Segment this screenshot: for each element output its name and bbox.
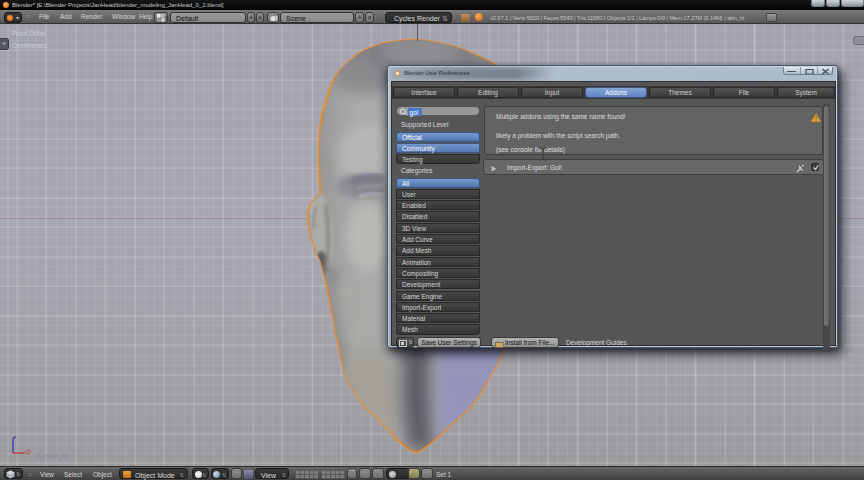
svg-text:!: ! (815, 115, 817, 122)
